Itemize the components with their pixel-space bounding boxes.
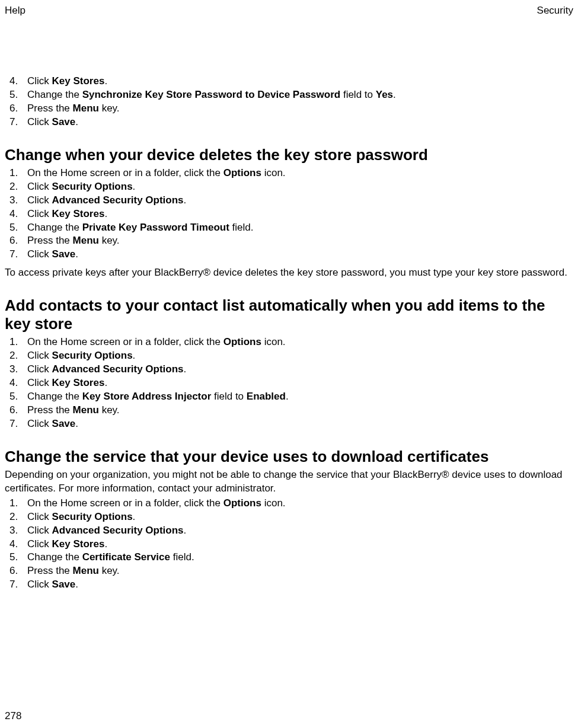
top-steps-list: Click Key Stores. Change the Synchronize… [5,75,573,129]
step-bold: Yes [376,89,393,100]
section-heading: Change the service that your device uses… [5,448,573,466]
step-bold: Security Options [52,350,133,361]
step-text: Press the [27,235,73,246]
step-item: Change the Certificate Service field. [27,551,573,564]
section-intro: Depending on your organization, you migh… [5,468,573,496]
step-item: Change the Private Key Password Timeout … [27,221,573,235]
step-text: icon. [261,497,286,509]
step-text: Click [27,538,52,550]
step-item: Press the Menu key. [27,102,573,116]
step-bold: Security Options [52,181,133,192]
step-item: Click Key Stores. [27,376,573,390]
steps-list: On the Home screen or in a folder, click… [5,497,573,592]
step-text: . [104,377,107,388]
step-text: Press the [27,565,73,576]
step-text: . [104,538,107,550]
step-bold: Key Stores [52,538,105,550]
step-item: Click Security Options. [27,180,573,194]
step-bold: Key Stores [52,377,105,388]
step-text: key. [99,565,120,576]
step-bold: Save [52,418,76,429]
section-heading: Add contacts to your contact list automa… [5,296,573,333]
step-bold: Enabled [247,391,286,402]
step-text: Change the [27,89,82,100]
step-bold: Advanced Security Options [52,525,184,536]
step-text: Click [27,208,52,219]
step-item: Click Security Options. [27,349,573,363]
step-text: Click [27,194,52,206]
step-item: Click Save. [27,417,573,431]
step-text: Change the [27,551,82,563]
step-text: Click [27,248,52,260]
step-text: Change the [27,391,82,402]
step-text: field to [211,391,247,402]
step-text: Click [27,75,52,87]
step-item: Click Save. [27,116,573,129]
step-bold: Menu [73,565,99,576]
step-item: On the Home screen or in a folder, click… [27,336,573,349]
step-item: Click Key Stores. [27,75,573,88]
step-item: Change the Synchronize Key Store Passwor… [27,88,573,102]
step-text: . [104,208,107,219]
step-bold: Options [223,336,261,347]
step-text: Click [27,377,52,388]
header-right: Security [537,5,573,17]
step-text: . [184,525,187,536]
page-number: 278 [5,710,21,722]
step-text: key. [99,103,120,114]
step-text: . [75,418,78,429]
step-item: On the Home screen or in a folder, click… [27,497,573,510]
step-text: . [393,89,396,100]
document-page: Help Security Click Key Stores. Change t… [0,0,578,728]
section-heading: Change when your device deletes the key … [5,146,573,164]
step-text: Click [27,116,52,127]
step-text: On the Home screen or in a folder, click… [27,167,223,178]
step-text: key. [99,404,120,416]
steps-list: On the Home screen or in a folder, click… [5,336,573,431]
step-text: On the Home screen or in a folder, click… [27,336,223,347]
step-text: . [286,391,289,402]
step-text: . [75,579,78,590]
step-item: Click Advanced Security Options. [27,363,573,376]
step-text: Click [27,418,52,429]
step-text: Click [27,511,52,522]
step-bold: Key Store Address Injector [82,391,212,402]
step-text: field. [170,551,194,563]
page-content: Click Key Stores. Change the Synchronize… [5,75,573,592]
step-bold: Options [223,167,261,178]
step-text: . [75,116,78,127]
step-item: Click Save. [27,248,573,261]
step-bold: Synchronize Key Store Password to Device… [82,89,341,100]
step-item: Press the Menu key. [27,404,573,417]
step-bold: Advanced Security Options [52,194,184,206]
step-item: Press the Menu key. [27,564,573,578]
step-item: On the Home screen or in a folder, click… [27,167,573,180]
step-bold: Key Stores [52,208,105,219]
step-bold: Save [52,248,76,260]
step-bold: Private Key Password Timeout [82,222,229,233]
step-text: Click [27,579,52,590]
step-item: Click Security Options. [27,510,573,524]
step-bold: Key Stores [52,75,105,87]
step-item: Change the Key Store Address Injector fi… [27,390,573,404]
step-text: Click [27,363,52,375]
step-bold: Menu [73,404,99,416]
step-bold: Certificate Service [82,551,170,563]
step-text: Change the [27,222,82,233]
step-text: . [133,181,136,192]
step-text: key. [99,235,120,246]
step-text: Press the [27,103,73,114]
step-text: . [104,75,107,87]
step-item: Click Advanced Security Options. [27,194,573,207]
step-text: Click [27,350,52,361]
step-item: Click Key Stores. [27,538,573,551]
page-header: Help Security [5,5,573,17]
step-bold: Menu [73,235,99,246]
step-item: Click Advanced Security Options. [27,524,573,538]
step-text: Click [27,181,52,192]
step-item: Click Key Stores. [27,207,573,221]
step-text: icon. [261,336,286,347]
step-bold: Options [223,497,261,509]
step-item: Press the Menu key. [27,234,573,248]
step-bold: Save [52,579,76,590]
